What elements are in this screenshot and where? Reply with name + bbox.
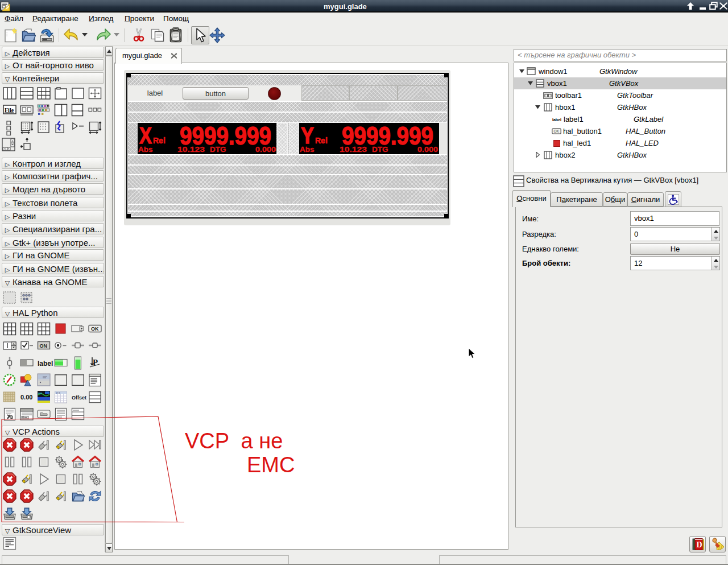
svg-text:DTG: DTG: [372, 145, 388, 154]
svg-text:17.3: 17.3: [56, 391, 61, 394]
svg-text:Abs: Abs: [300, 145, 315, 154]
svg-text:File: File: [5, 107, 14, 113]
svg-text:OK: OK: [554, 129, 560, 133]
svg-text:Offset: Offset: [72, 395, 86, 401]
svg-text:label: label: [552, 117, 561, 122]
svg-text:0.000: 0.000: [417, 145, 438, 154]
svg-text:10.123: 10.123: [177, 145, 205, 154]
svg-text:0.00: 0.00: [20, 394, 32, 401]
svg-text:label: label: [38, 360, 53, 368]
svg-text:Abs: Abs: [138, 145, 153, 154]
svg-text:Rel: Rel: [153, 136, 166, 145]
svg-text:D: D: [697, 541, 702, 549]
svg-text:OK: OK: [91, 326, 99, 332]
svg-text:10.123: 10.123: [340, 145, 367, 154]
svg-text:Rel: Rel: [315, 136, 328, 145]
svg-text:ON: ON: [40, 343, 48, 349]
svg-text:0.000: 0.000: [255, 145, 276, 154]
svg-text:DTG: DTG: [210, 145, 226, 154]
